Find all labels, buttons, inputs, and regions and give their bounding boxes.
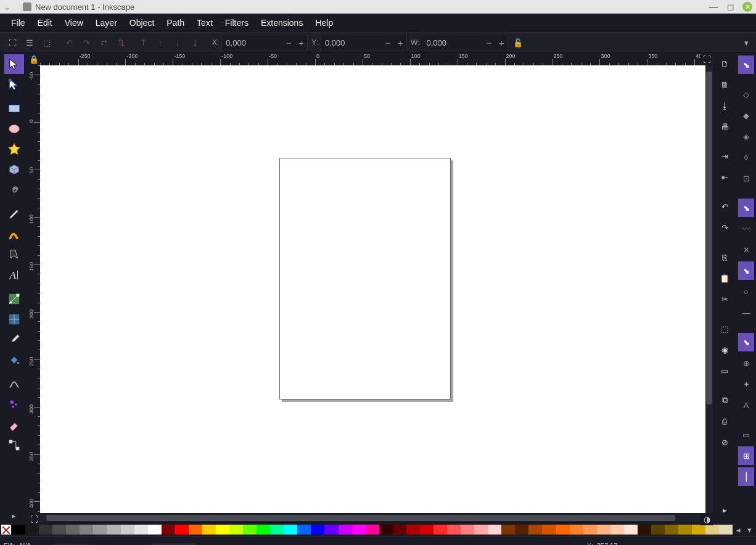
x-minus[interactable]: − xyxy=(282,38,295,48)
y-minus[interactable]: − xyxy=(382,38,394,48)
horizontal-scrollbar[interactable] xyxy=(40,514,701,522)
color-swatch[interactable] xyxy=(202,525,216,535)
calligraphy-tool[interactable] xyxy=(4,224,24,244)
y-plus[interactable]: + xyxy=(394,38,406,48)
color-manage-icon[interactable]: ◑ xyxy=(701,513,713,525)
color-swatch[interactable] xyxy=(678,525,692,535)
eraser-tool[interactable] xyxy=(4,415,24,435)
undo-icon[interactable]: ↶ xyxy=(717,199,733,215)
close-button[interactable]: ✕ xyxy=(742,2,752,12)
color-swatch[interactable] xyxy=(257,525,270,535)
color-swatch[interactable] xyxy=(488,525,501,535)
color-swatch[interactable] xyxy=(311,525,324,535)
color-swatch[interactable] xyxy=(121,525,134,535)
lock-aspect-icon[interactable]: 🔓 xyxy=(513,38,523,47)
snap-smooth-icon[interactable]: ○ xyxy=(738,282,754,301)
color-swatch[interactable] xyxy=(379,525,393,535)
open-document-icon[interactable]: 🗎 xyxy=(717,76,733,92)
star-tool[interactable] xyxy=(4,139,24,159)
color-swatch[interactable] xyxy=(52,525,66,535)
snap-bbox-corner-icon[interactable]: ◈ xyxy=(738,127,754,145)
print-icon[interactable]: 🖶 xyxy=(717,118,733,134)
color-swatch[interactable] xyxy=(66,525,80,535)
menu-layer[interactable]: Layer xyxy=(89,17,123,29)
x-field[interactable] xyxy=(222,38,282,47)
menu-text[interactable]: Text xyxy=(191,17,219,29)
new-document-icon[interactable]: 🗋 xyxy=(717,55,733,72)
color-swatch[interactable] xyxy=(406,525,420,535)
vertical-scrollbar[interactable] xyxy=(705,65,713,513)
snap-enable-icon[interactable]: ⬊ xyxy=(738,55,754,74)
w-input[interactable]: −+ xyxy=(422,34,508,51)
select-all-layers-icon[interactable]: ⛶ xyxy=(6,36,19,49)
color-swatch[interactable] xyxy=(474,525,488,535)
color-swatch[interactable] xyxy=(107,525,120,535)
menu-view[interactable]: View xyxy=(59,17,89,29)
snap-bbox-icon[interactable]: ◇ xyxy=(738,85,754,104)
color-swatch[interactable] xyxy=(39,525,52,535)
unlink-clone-icon[interactable]: ⊘ xyxy=(717,434,733,450)
color-swatch[interactable] xyxy=(284,525,297,535)
mesh-tool[interactable] xyxy=(4,309,24,329)
color-swatch[interactable] xyxy=(12,525,25,535)
redo-icon[interactable]: ↷ xyxy=(717,219,733,236)
color-swatch[interactable] xyxy=(719,525,733,535)
maximize-button[interactable]: ◻ xyxy=(725,1,736,12)
lower-bottom-icon[interactable]: ⤓ xyxy=(188,36,202,49)
snap-cusp-icon[interactable]: ⬊ xyxy=(738,261,754,280)
ruler-lock-icon[interactable]: 🔒 xyxy=(28,53,40,65)
snap-bbox-center-icon[interactable]: ⊡ xyxy=(738,169,754,187)
color-swatch[interactable] xyxy=(542,525,556,535)
snap-center-icon[interactable]: ⊕ xyxy=(738,354,754,372)
snap-node-icon[interactable]: ⬊ xyxy=(738,199,754,217)
bezier-tool[interactable] xyxy=(4,245,24,264)
color-swatch[interactable] xyxy=(162,525,175,535)
color-swatch[interactable] xyxy=(638,525,651,535)
color-swatch[interactable] xyxy=(216,525,229,535)
w-plus[interactable]: + xyxy=(495,38,507,48)
color-swatch[interactable] xyxy=(610,525,624,535)
x-input[interactable]: −+ xyxy=(221,34,308,51)
color-swatch[interactable] xyxy=(583,525,597,535)
minimize-button[interactable]: — xyxy=(708,1,719,12)
menu-path[interactable]: Path xyxy=(160,17,191,29)
color-swatch[interactable] xyxy=(692,525,705,535)
pencil-tool[interactable] xyxy=(4,204,24,224)
canvas[interactable] xyxy=(40,65,705,513)
menu-filters[interactable]: Filters xyxy=(219,17,255,29)
menu-help[interactable]: Help xyxy=(309,17,339,29)
color-swatch[interactable] xyxy=(705,525,719,535)
menu-edit[interactable]: Edit xyxy=(31,17,59,29)
color-swatch[interactable] xyxy=(420,525,433,535)
color-swatch[interactable] xyxy=(175,525,189,535)
text-tool[interactable]: A xyxy=(4,265,24,285)
connector-tool[interactable] xyxy=(4,435,24,455)
palette-scroll-left-icon[interactable]: ◂ xyxy=(733,525,744,535)
color-swatch[interactable] xyxy=(570,525,583,535)
y-field[interactable] xyxy=(321,38,382,47)
snap-line-mid-icon[interactable]: — xyxy=(738,303,754,322)
x-plus[interactable]: + xyxy=(295,38,307,48)
rotate-ccw-icon[interactable]: ↶ xyxy=(62,36,76,49)
w-field[interactable] xyxy=(422,38,483,47)
snap-path-icon[interactable]: 〰 xyxy=(738,219,754,238)
color-swatch[interactable] xyxy=(189,525,202,535)
snap-other-icon[interactable]: ⬊ xyxy=(738,333,754,351)
copy-icon[interactable]: ⎘ xyxy=(717,249,733,265)
snap-guide-icon[interactable]: ⎮ xyxy=(738,467,754,486)
color-swatch[interactable] xyxy=(447,525,461,535)
color-swatch[interactable] xyxy=(665,525,678,535)
color-swatch[interactable] xyxy=(597,525,610,535)
spray-tool[interactable] xyxy=(4,395,24,414)
horizontal-ruler[interactable]: -250-200-150-100-50050100150200250300350… xyxy=(40,53,701,65)
color-swatch[interactable] xyxy=(433,525,447,535)
menu-extensions[interactable]: Extensions xyxy=(255,17,309,29)
clone-icon[interactable]: ⎙ xyxy=(717,413,733,429)
duplicate-icon[interactable]: ⧉ xyxy=(717,392,733,408)
color-swatch[interactable] xyxy=(352,525,366,535)
save-icon[interactable]: ⭳ xyxy=(717,97,733,113)
deselect-icon[interactable]: ⬚ xyxy=(40,36,54,49)
flip-h-icon[interactable]: ⇄ xyxy=(97,36,110,49)
more-commands-icon[interactable]: ▸ xyxy=(717,502,733,518)
tool-options-overflow-icon[interactable]: ▾ xyxy=(744,38,749,47)
